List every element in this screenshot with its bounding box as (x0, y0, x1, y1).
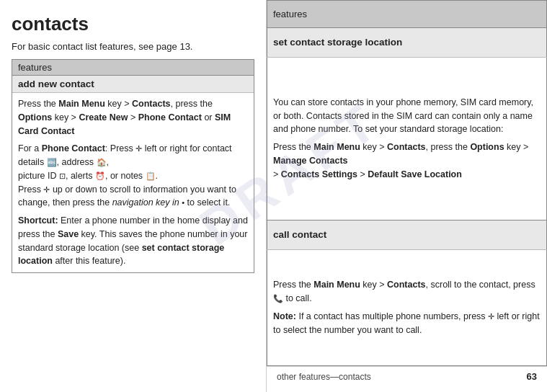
footer-left-text: other features—contacts (277, 372, 371, 382)
manage-contacts-label: Manage Contacts (273, 156, 348, 166)
notes-icon: 📋 (146, 172, 156, 180)
add-new-contact-p1: Press the Main Menu key > Contacts, pres… (18, 97, 248, 138)
main-menu-r2: Main Menu (313, 280, 360, 290)
add-new-contact-body: Press the Main Menu key > Contacts, pres… (12, 93, 254, 272)
right-features-header: features (267, 1, 547, 28)
options-r1: Options (470, 142, 504, 152)
page-number: 63 (527, 371, 537, 382)
for-phone-contact-label: Phone Contact (42, 143, 105, 153)
set-storage-p1: You can store contacts in your phone mem… (273, 96, 541, 136)
alert-icon: ⏰ (95, 172, 105, 180)
note-label: Note: (273, 311, 296, 321)
shortcut-label: Shortcut: (18, 215, 58, 226)
nav-icon: ✛ (135, 144, 142, 153)
nav-in-icon: • (182, 198, 184, 207)
call-icon: 📞 (273, 294, 283, 303)
set-storage-body: You can store contacts in your phone mem… (267, 57, 547, 220)
add-new-contact-p3: Shortcut: Enter a phone number in the ho… (18, 214, 248, 268)
nav-ud-icon: ✛ (43, 185, 50, 194)
default-save-label: Default Save Location (368, 169, 462, 179)
call-contact-p1: Press the Main Menu key > Contacts, scro… (273, 278, 541, 306)
options-label-1: Options (18, 112, 52, 122)
call-contact-body: Press the Main Menu key > Contacts, scro… (267, 249, 547, 365)
create-new-label: Create New (79, 112, 128, 122)
add-new-contact-p2: For a Phone Contact: Press ✛ left or rig… (18, 142, 248, 210)
main-menu-r1: Main Menu (313, 142, 360, 152)
left-features-header: features (12, 60, 254, 76)
set-storage-title: set contact storage location (267, 27, 547, 57)
right-column: features set contact storage location Yo… (267, 0, 547, 392)
storage-location-ref: set contact storage location (18, 243, 224, 267)
call-contact-title: call contact (267, 220, 547, 249)
name-icon: 🔤 (47, 158, 57, 166)
call-contact-p2: Note: If a contact has multiple phone nu… (273, 310, 541, 337)
footer-bar: other features—contacts 63 (267, 366, 547, 385)
page-title: contacts (12, 13, 254, 35)
save-label: Save (58, 229, 79, 239)
nav-lr-icon: ✛ (488, 312, 494, 321)
intro-text: For basic contact list features, see pag… (12, 41, 254, 52)
contacts-r2: Contacts (387, 280, 425, 290)
left-column: contacts For basic contact list features… (0, 0, 267, 392)
contacts-label-1: Contacts (132, 99, 170, 109)
right-features-table: features set contact storage location Yo… (267, 0, 547, 366)
phone-contact-label: Phone Contact (138, 112, 202, 122)
contacts-r1: Contacts (387, 142, 425, 152)
contacts-settings-label: Contacts Settings (281, 169, 357, 179)
pic-icon: ⊡ (59, 172, 66, 180)
main-menu-label: Main Menu (58, 99, 105, 109)
address-icon: 🏠 (97, 158, 107, 166)
left-features-table: features add new contact Press the Main … (12, 59, 254, 273)
set-storage-p2: Press the Main Menu key > Contacts, pres… (273, 141, 541, 181)
add-new-contact-title: add new contact (12, 76, 254, 93)
